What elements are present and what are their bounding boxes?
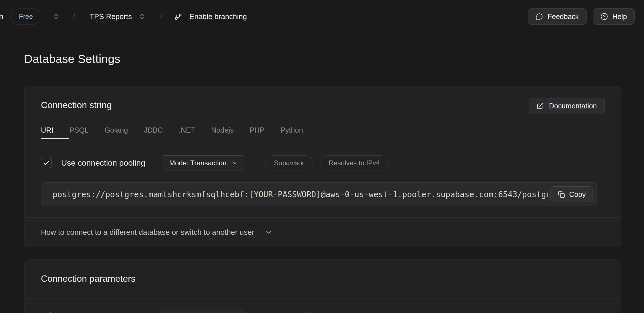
enable-branching-label: Enable branching bbox=[189, 12, 247, 21]
external-link-icon bbox=[537, 102, 544, 110]
enable-branching-button[interactable]: Enable branching bbox=[174, 12, 247, 21]
connection-uri-code-block: postgres://postgres.mamtshcrksmfsqlhcebf… bbox=[41, 182, 597, 206]
tab-php[interactable]: PHP bbox=[250, 126, 264, 136]
tabs-divider bbox=[24, 139, 621, 139]
breadcrumb-separator: / bbox=[160, 12, 163, 21]
check-icon bbox=[43, 159, 50, 167]
resolves-to-ipv4-badge: Resolves to IPv4 bbox=[320, 310, 389, 313]
pooling-mode-label: Mode: Transaction bbox=[169, 159, 227, 167]
project-name[interactable]: TPS Reports bbox=[90, 12, 132, 21]
top-navigation-bar: h Free / TPS Reports / Enable branching … bbox=[0, 0, 644, 33]
speech-bubble-icon bbox=[536, 13, 543, 20]
tab-psql[interactable]: PSQL bbox=[69, 126, 89, 136]
help-label: Help bbox=[612, 13, 627, 21]
tab-jdbc[interactable]: JDBC bbox=[144, 126, 163, 136]
tab-uri[interactable]: URI bbox=[41, 126, 53, 136]
tab-nodejs[interactable]: Nodejs bbox=[211, 126, 234, 136]
tab-python[interactable]: Python bbox=[281, 126, 303, 136]
connection-parameters-title: Connection parameters bbox=[41, 273, 136, 284]
resolves-to-ipv4-badge: Resolves to IPv4 bbox=[320, 155, 389, 170]
copy-icon bbox=[558, 191, 565, 198]
chevrons-up-down-icon[interactable] bbox=[138, 13, 146, 20]
connection-string-card: Connection string Documentation URI PSQL… bbox=[24, 86, 621, 247]
copy-button[interactable]: Copy bbox=[550, 186, 593, 202]
plan-badge[interactable]: Free bbox=[11, 9, 41, 24]
connection-pooling-row: Use connection pooling Mode: Transaction… bbox=[41, 310, 389, 313]
breadcrumb: h Free / TPS Reports / Enable branching bbox=[0, 9, 247, 24]
connect-help-label: How to connect to a different database o… bbox=[41, 228, 254, 237]
chevron-down-icon bbox=[265, 228, 273, 236]
connection-string-tabs: URI PSQL Golang JDBC .NET Nodejs PHP Pyt… bbox=[41, 126, 303, 136]
truncated-nav-text: h bbox=[0, 12, 3, 21]
pooling-mode-dropdown[interactable]: Mode: Transaction bbox=[162, 155, 245, 170]
documentation-button[interactable]: Documentation bbox=[529, 98, 605, 114]
supavisor-badge: Supavisor bbox=[265, 310, 313, 313]
documentation-label: Documentation bbox=[549, 102, 597, 110]
supavisor-badge: Supavisor bbox=[265, 155, 313, 170]
active-tab-underline bbox=[41, 138, 69, 139]
feedback-label: Feedback bbox=[548, 13, 579, 21]
connection-uri-value[interactable]: postgres://postgres.mamtshcrksmfsqlhcebf… bbox=[53, 190, 548, 199]
breadcrumb-separator: / bbox=[73, 12, 75, 21]
use-connection-pooling-label: Use connection pooling bbox=[61, 158, 145, 168]
help-circle-icon bbox=[601, 13, 608, 20]
connection-string-title: Connection string bbox=[41, 100, 112, 110]
card-header-divider bbox=[24, 298, 621, 299]
tab-dotnet[interactable]: .NET bbox=[179, 126, 195, 136]
topbar-actions: Feedback Help bbox=[528, 8, 635, 25]
chevron-down-icon bbox=[232, 160, 238, 166]
connection-pooling-row: Use connection pooling Mode: Transaction… bbox=[41, 155, 389, 170]
chevrons-up-down-icon[interactable] bbox=[53, 13, 60, 20]
connect-help-collapsible[interactable]: How to connect to a different database o… bbox=[41, 218, 604, 247]
help-button[interactable]: Help bbox=[593, 8, 635, 25]
use-connection-pooling-checkbox[interactable] bbox=[41, 158, 51, 168]
copy-label: Copy bbox=[569, 190, 586, 199]
git-branch-icon bbox=[174, 12, 182, 21]
feedback-button[interactable]: Feedback bbox=[528, 8, 587, 25]
connection-parameters-card: Connection parameters Use connection poo… bbox=[24, 260, 621, 313]
use-connection-pooling-checkbox[interactable] bbox=[41, 312, 51, 313]
pooling-mode-dropdown[interactable]: Mode: Transaction bbox=[162, 310, 245, 313]
tab-golang[interactable]: Golang bbox=[105, 126, 128, 136]
page-title: Database Settings bbox=[24, 52, 120, 66]
